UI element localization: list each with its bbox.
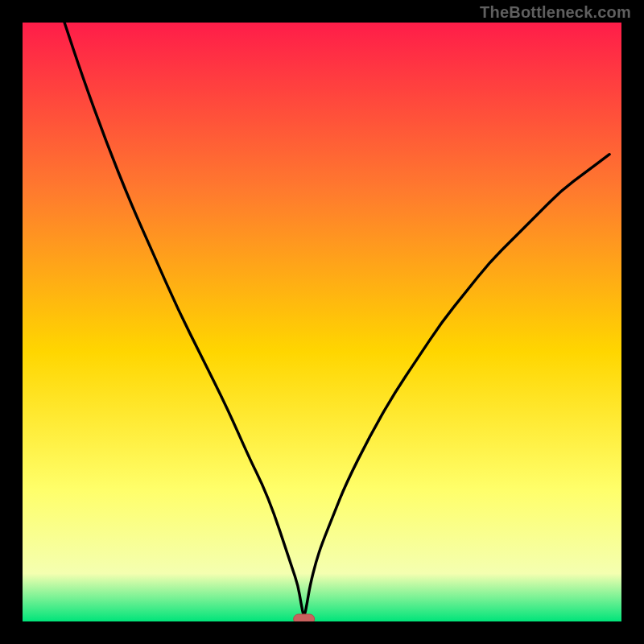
gradient-background: [23, 23, 621, 621]
bottleneck-plot: [0, 0, 644, 644]
watermark-text: TheBottleneck.com: [480, 3, 631, 22]
chart-stage: TheBottleneck.com: [0, 0, 644, 644]
